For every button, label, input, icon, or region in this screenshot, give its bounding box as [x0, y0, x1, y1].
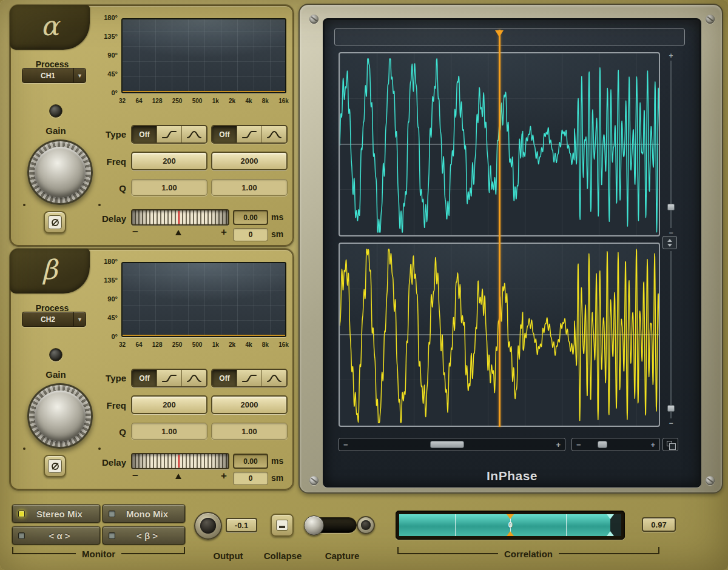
x-tick-label: 250 — [172, 98, 183, 104]
scroll-minus-label[interactable]: − — [576, 440, 581, 449]
filter1-off-button[interactable]: Off — [132, 370, 157, 386]
monitor-alpha-button[interactable]: < α > — [12, 526, 100, 545]
filter2-off-button[interactable]: Off — [212, 370, 237, 386]
correlation-zero-marker-bottom — [507, 531, 514, 536]
filter1-q-value[interactable]: 1.00 — [131, 179, 207, 196]
timeline-overview-bar[interactable] — [334, 29, 685, 45]
rail-track — [670, 251, 672, 418]
y-tick-label: 0° — [111, 89, 118, 96]
filter2-q-value[interactable]: 1.00 — [211, 423, 288, 440]
filter2-shelf-button[interactable] — [237, 126, 262, 142]
collapse-label: Collapse — [255, 551, 311, 561]
channel-panel-beta: β Process CH2 ▼ 180°135°90°45°0° 3264128… — [10, 249, 294, 490]
horizontal-scrollbar-main[interactable]: − + — [339, 438, 565, 451]
vertical-zoom-rail-alpha[interactable]: + − — [666, 52, 676, 236]
delay-samples-value[interactable]: 0 — [233, 228, 268, 241]
gain-knob[interactable] — [27, 139, 93, 205]
channel-badge: α — [10, 5, 90, 50]
phase-invert-button[interactable] — [44, 455, 66, 477]
delay-plus-label: + — [221, 226, 227, 238]
gain-knob[interactable] — [27, 383, 93, 449]
filter2-off-button[interactable]: Off — [212, 126, 237, 142]
phase-invert-button[interactable] — [44, 211, 66, 233]
filter1-shelf-button[interactable] — [157, 370, 182, 386]
x-tick-label: 250 — [172, 341, 183, 348]
filter1-shelf-button[interactable] — [157, 126, 182, 142]
screw-icon — [309, 15, 318, 24]
delay-ms-value[interactable]: 0.00 — [233, 454, 268, 469]
zoom-thumb[interactable] — [667, 204, 675, 210]
mono-mix-led — [109, 511, 115, 517]
vertical-scroll-link-button[interactable] — [662, 236, 677, 249]
stereo-mix-button[interactable]: Stereo Mix — [12, 505, 100, 523]
rail-track — [670, 61, 672, 228]
q-label: Q — [83, 427, 126, 437]
collapse-button[interactable] — [271, 514, 294, 537]
freq-label: Freq — [83, 156, 126, 167]
snapshot-button[interactable] — [662, 438, 678, 451]
capture-switch-knob[interactable] — [304, 515, 324, 535]
shelf-filter-icon — [161, 374, 177, 383]
delay-slider[interactable] — [131, 209, 229, 226]
y-tick-label: 90° — [107, 52, 118, 59]
delay-minus-label: − — [132, 226, 138, 238]
phase-response-display — [121, 262, 286, 337]
filter1-off-button[interactable]: Off — [132, 126, 157, 142]
capture-switch[interactable] — [306, 517, 357, 533]
filter1-freq-value[interactable]: 200 — [131, 395, 207, 414]
filter1-bell-button[interactable] — [182, 370, 206, 386]
scroll-thumb[interactable] — [430, 441, 464, 448]
filter1-bell-button[interactable] — [182, 126, 206, 142]
process-channel-select[interactable]: CH1 ▼ — [22, 68, 86, 83]
correlation-zero-marker-top — [507, 514, 514, 519]
delay-ms-value[interactable]: 0.00 — [233, 210, 268, 225]
filter2-bell-button[interactable] — [262, 126, 286, 142]
x-tick-label: 64 — [135, 341, 142, 348]
process-selected-value: CH2 — [22, 315, 73, 324]
correlation-meter: 0 — [396, 511, 625, 540]
screw-icon — [706, 15, 715, 24]
freq-label: Freq — [83, 400, 126, 411]
screw-icon — [706, 476, 715, 485]
filter1-freq-value[interactable]: 200 — [131, 152, 207, 170]
output-value[interactable]: -0.1 — [226, 518, 257, 532]
triangle-up-icon — [667, 239, 672, 242]
filter1-q-value[interactable]: 1.00 — [131, 423, 207, 440]
filter2-bell-button[interactable] — [262, 370, 286, 386]
monitor-beta-button[interactable]: < β > — [103, 526, 185, 545]
correlation-value[interactable]: 0.97 — [642, 517, 676, 532]
x-tick-label: 500 — [192, 341, 203, 348]
filter2-freq-value[interactable]: 2000 — [211, 395, 288, 414]
horizontal-scrollbar-zoom[interactable]: − + — [571, 438, 660, 451]
correlation-group-bracket: Correlation — [397, 548, 659, 559]
filter2-q-value[interactable]: 1.00 — [211, 179, 288, 196]
scroll-plus-label[interactable]: + — [556, 440, 561, 449]
delay-samples-value[interactable]: 0 — [233, 472, 268, 485]
x-tick-label: 64 — [135, 98, 142, 104]
delay-slider[interactable] — [131, 453, 229, 469]
playhead-marker-icon[interactable] — [495, 30, 504, 37]
filter2-shelf-button[interactable] — [237, 370, 262, 386]
zoom-out-label[interactable]: − — [666, 420, 676, 427]
x-tick-label: 1k — [212, 341, 219, 348]
zoom-thumb[interactable] — [667, 405, 675, 412]
process-channel-select[interactable]: CH2 ▼ — [22, 312, 86, 327]
filter2-type-selector: Off — [211, 369, 288, 387]
zoom-in-label[interactable]: + — [666, 52, 676, 59]
mono-mix-button[interactable]: Mono Mix — [103, 505, 185, 523]
waveform-scope-panel: + − + − − + − + — [298, 4, 723, 494]
x-tick-label: 4k — [245, 98, 252, 104]
scroll-thumb[interactable] — [598, 441, 607, 448]
output-knob[interactable] — [194, 512, 222, 540]
capture-button[interactable] — [357, 516, 375, 534]
filter2-freq-value[interactable]: 2000 — [211, 152, 288, 170]
vertical-zoom-rail-beta[interactable]: + − — [666, 243, 676, 427]
filter1-type-selector: Off — [131, 369, 207, 387]
delay-slider-marker — [178, 211, 180, 224]
scroll-plus-label[interactable]: + — [650, 440, 655, 449]
scroll-minus-label[interactable]: − — [343, 440, 348, 449]
y-tick-label: 45° — [107, 314, 118, 321]
bell-filter-icon — [186, 130, 202, 139]
x-tick-label: 8k — [262, 341, 269, 348]
playhead-cursor[interactable] — [499, 30, 500, 427]
